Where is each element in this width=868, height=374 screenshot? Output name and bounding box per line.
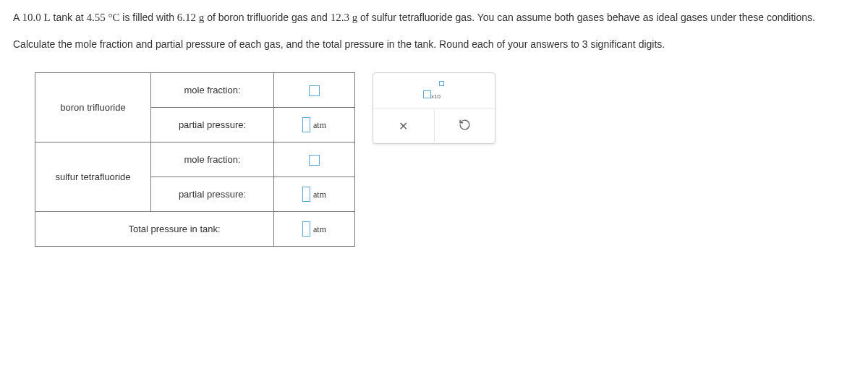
unit-atm: atm — [313, 224, 326, 234]
partial-pressure-label-1: partial pressure: — [151, 108, 274, 143]
x10-label: x10 — [431, 93, 441, 100]
problem-statement: A 10.0 L tank at 4.55 °C is filled with … — [13, 9, 855, 26]
mole-fraction-label-1: mole fraction: — [151, 73, 274, 108]
unit-atm: atm — [313, 120, 326, 130]
reset-button[interactable] — [435, 109, 495, 143]
gas1-partial-pressure-input[interactable] — [302, 117, 310, 132]
unit-atm: atm — [313, 190, 326, 200]
total-pressure-input[interactable] — [302, 221, 310, 237]
total-pressure-label: Total pressure in tank: — [35, 212, 274, 247]
gas1-mole-fraction-input[interactable] — [309, 85, 320, 96]
sci-notation-button[interactable]: x10 — [373, 73, 495, 108]
clear-button[interactable]: ✕ — [373, 109, 435, 143]
gas2-partial-pressure-input[interactable] — [302, 187, 310, 202]
refresh-icon — [459, 119, 471, 133]
tool-panel: x10 ✕ — [373, 72, 495, 144]
answer-table: boron trifluoride mole fraction: partial… — [35, 72, 355, 247]
gas2-mole-fraction-input[interactable] — [309, 155, 320, 166]
mole-fraction-label-2: mole fraction: — [151, 143, 274, 177]
instruction-text: Calculate the mole fraction and partial … — [13, 36, 855, 52]
close-icon: ✕ — [399, 119, 408, 133]
gas1-label: boron trifluoride — [35, 73, 151, 143]
gas2-label: sulfur tetrafluoride — [35, 143, 151, 212]
partial-pressure-label-2: partial pressure: — [151, 177, 274, 212]
